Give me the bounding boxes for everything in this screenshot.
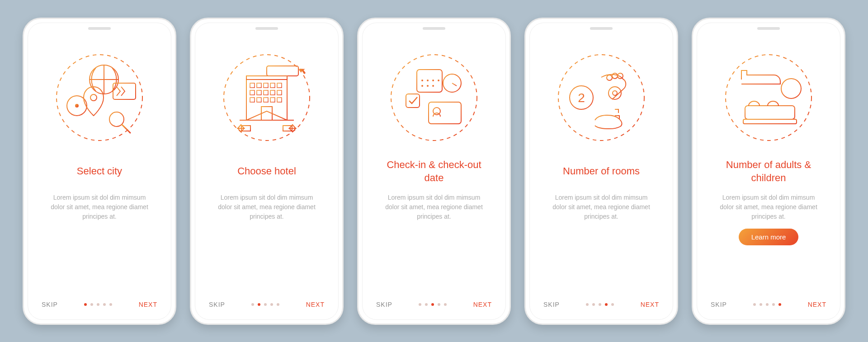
svg-point-45 [432,85,434,87]
dot [109,303,112,306]
svg-point-5 [75,104,79,108]
svg-point-41 [432,80,434,81]
svg-rect-71 [745,106,795,119]
dot [277,303,279,306]
svg-point-64 [726,55,811,141]
next-button[interactable]: NEXT [641,301,659,308]
learn-more-button[interactable]: Learn more [739,229,799,245]
svg-rect-21 [250,90,255,95]
skip-button[interactable]: SKIP [376,301,392,308]
dot [766,303,769,306]
dot [599,303,601,306]
screen-title: Check-in & check-out date [376,159,492,185]
city-select-icon [52,50,147,145]
dot [772,303,775,306]
dot [425,303,428,306]
screen-title: Number of adults & children [711,159,826,185]
svg-point-43 [421,85,423,87]
svg-rect-22 [257,90,261,95]
svg-point-42 [438,80,439,81]
phone-screen-select-city: Select city Lorem ipsum sit dol dim mims… [23,18,176,325]
pagination-dots [251,303,279,306]
dot [270,303,273,306]
svg-rect-25 [277,90,282,95]
next-button[interactable]: NEXT [306,301,325,308]
dot [84,303,87,306]
next-button[interactable]: NEXT [139,301,157,308]
svg-point-62 [613,91,617,95]
phones-row: Select city Lorem ipsum sit dol dim mims… [9,4,859,338]
svg-rect-23 [264,90,268,95]
dot [258,303,260,306]
dot [444,303,447,306]
pagination-dots [419,303,447,306]
screen-title: Choose hotel [237,159,296,185]
svg-rect-18 [264,83,268,88]
svg-point-6 [90,94,97,101]
svg-rect-11 [267,66,298,76]
svg-rect-17 [257,83,261,88]
svg-point-34 [391,55,477,141]
dot [611,303,614,306]
dot [438,303,440,306]
skip-button[interactable]: SKIP [543,301,560,308]
phone-screen-check-dates: Check-in & check-out date Lorem ipsum si… [357,18,511,325]
screen-description: Lorem ipsum sit dol dim mimsum dolor sit… [543,193,659,221]
svg-rect-29 [270,98,275,102]
hotel-icon [219,50,314,145]
svg-rect-15 [246,76,287,80]
svg-rect-28 [264,98,268,102]
next-button[interactable]: NEXT [808,301,826,308]
dot [419,303,421,306]
dot [264,303,267,306]
svg-point-39 [421,80,423,81]
next-button[interactable]: NEXT [473,301,492,308]
screen-title: Number of rooms [563,159,640,185]
skip-button[interactable]: SKIP [42,301,58,308]
dot [251,303,254,306]
dot [586,303,589,306]
screen-title: Select city [77,159,122,185]
svg-point-40 [427,80,429,81]
svg-rect-14 [246,80,287,120]
dot [778,303,781,306]
dot [592,303,595,306]
svg-point-58 [607,75,612,80]
screen-description: Lorem ipsum sit dol dim mimsum dolor sit… [376,193,492,221]
calendar-icon [387,50,481,145]
svg-point-55 [558,55,644,141]
svg-rect-16 [250,83,255,88]
svg-point-59 [612,73,618,79]
dot [760,303,762,306]
dot [97,303,99,306]
pagination-dots [84,303,112,306]
svg-rect-19 [270,83,275,88]
skip-button[interactable]: SKIP [711,301,727,308]
phone-screen-choose-hotel: Choose hotel Lorem ipsum sit dol dim mim… [190,18,344,325]
dot [431,303,434,306]
screen-description: Lorem ipsum sit dol dim mimsum dolor sit… [711,193,826,221]
phone-screen-number-people: Number of adults & children Lorem ipsum … [692,18,845,325]
svg-point-0 [57,55,142,141]
svg-rect-49 [406,94,420,108]
skip-button[interactable]: SKIP [209,301,225,308]
svg-rect-20 [277,83,282,88]
dot [753,303,756,306]
pagination-dots [753,303,781,306]
svg-rect-31 [261,107,272,120]
dot [103,303,106,306]
svg-rect-27 [257,98,261,102]
pagination-dots [586,303,614,306]
svg-point-44 [427,85,429,87]
screen-description: Lorem ipsum sit dol dim mimsum dolor sit… [42,193,157,221]
svg-rect-24 [270,90,275,95]
svg-rect-26 [250,98,255,102]
phone-screen-number-rooms: 2 Number of rooms Lorem ipsum sit dol di… [524,18,678,325]
dot [90,303,93,306]
screen-description: Lorem ipsum sit dol dim mimsum dolor sit… [209,193,325,221]
people-icon [721,50,816,145]
svg-text:2: 2 [578,91,585,105]
rooms-icon: 2 [554,50,649,145]
svg-rect-72 [743,119,797,124]
dot [605,303,608,306]
